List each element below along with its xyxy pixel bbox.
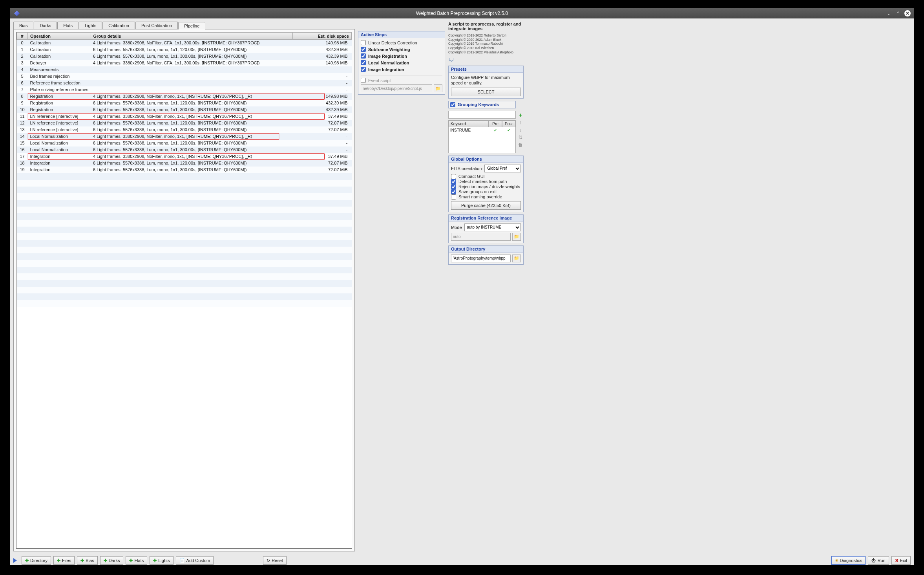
table-row[interactable]: 2Calibration6 Light frames, 5576x3388, L… (17, 53, 352, 60)
tab-flats[interactable]: Flats (57, 22, 79, 29)
tab-bar: BiasDarksFlatsLightsCalibrationPost-Cali… (13, 22, 355, 29)
col-num[interactable]: # (17, 33, 28, 40)
keyword-sort-icon[interactable]: ⇅ (517, 134, 524, 141)
step-checkbox[interactable] (361, 67, 366, 72)
keyword-row[interactable]: INSTRUME ✓ ✓ (449, 127, 515, 133)
reg-ref-panel: Registration Reference Image Mode auto b… (448, 214, 524, 243)
keyword-col[interactable]: Keyword (449, 121, 489, 127)
keyword-table: Keyword Pre Post INSTRUME ✓ ✓ (448, 120, 516, 153)
table-row[interactable]: 10Registration6 Light frames, 5576x3388,… (17, 106, 352, 113)
global-option-label: Detect masters from path (458, 179, 507, 184)
step-label: Image Integration (368, 67, 404, 72)
copyright-block: Copyright © 2019-2022 Roberto SartoriCop… (448, 33, 524, 54)
col-disk-space[interactable]: Est. disk space (293, 33, 352, 40)
fits-orientation-select[interactable]: Global Pref (484, 165, 521, 172)
tab-lights[interactable]: Lights (79, 22, 102, 29)
pipeline-table-wrap: # Operation Group details Est. disk spac… (16, 32, 352, 383)
tab-bias[interactable]: Bias (13, 22, 33, 29)
reg-ref-title: Registration Reference Image (449, 215, 523, 222)
keyword-up-icon[interactable]: ↑ (517, 119, 524, 126)
global-options-title: Global Options (449, 156, 523, 163)
step-label: Subframe Weighting (368, 47, 410, 52)
global-option-checkbox[interactable] (451, 189, 456, 194)
table-row[interactable]: 18Integration6 Light frames, 5576x3388, … (17, 160, 352, 167)
col-details[interactable]: Group details (91, 33, 292, 40)
table-row[interactable]: 12LN reference [interactive]6 Light fram… (17, 120, 352, 126)
description-title: A script to preprocess, register and int… (448, 22, 524, 31)
event-folder-button[interactable]: 📁 (434, 84, 442, 92)
pre-check-icon: ✓ (489, 127, 502, 133)
col-operation[interactable]: Operation (28, 33, 91, 40)
presets-select-button[interactable]: SELECT (451, 88, 521, 96)
keyword-add-icon[interactable]: + (517, 112, 524, 118)
output-dir-title: Output Directory (449, 246, 523, 253)
grouping-keywords-checkbox[interactable] (450, 102, 455, 107)
keyword-delete-icon[interactable]: 🗑 (517, 142, 524, 148)
presets-text: Configure WBPP for maximum speed or qual… (451, 75, 521, 86)
keyword-cell: INSTRUME (449, 127, 489, 133)
fits-orientation-label: FITS orientation: (451, 166, 483, 171)
step-label: Image Registration (368, 54, 407, 59)
global-option-checkbox[interactable] (451, 174, 456, 179)
reg-auto-field[interactable] (451, 233, 511, 241)
global-option-label: Compact GUI (458, 174, 485, 179)
table-row[interactable]: 11LN reference [interactive]4 Light fram… (17, 113, 352, 120)
table-row[interactable]: 9Registration6 Light frames, 5576x3388, … (17, 100, 352, 106)
tab-darks[interactable]: Darks (34, 22, 57, 29)
post-check-icon: ✓ (502, 127, 515, 133)
table-row[interactable]: 3Debayer4 Light frames, 3380x2908, NoFil… (17, 60, 352, 66)
output-folder-button[interactable]: 📁 (512, 255, 521, 262)
global-options-panel: Global Options FITS orientation: Global … (448, 156, 524, 212)
help-icon[interactable]: 🗨 (448, 57, 524, 63)
table-row[interactable]: 1Calibration6 Light frames, 5576x3388, L… (17, 46, 352, 53)
step-checkbox[interactable] (361, 40, 366, 45)
table-row[interactable]: 17Integration4 Light frames, 3380x2908, … (17, 153, 352, 160)
post-col[interactable]: Post (502, 121, 515, 127)
global-option-label: Smart naming override (458, 194, 502, 199)
table-row[interactable]: 8Registration4 Light frames, 3380x2908, … (17, 93, 352, 100)
table-row[interactable]: 16Local Normalization6 Light frames, 557… (17, 146, 352, 153)
presets-panel: Presets Configure WBPP for maximum speed… (448, 66, 524, 99)
reg-mode-label: Mode (451, 225, 462, 230)
table-row[interactable]: 6Reference frame selection- (17, 80, 352, 86)
table-row[interactable]: 19Integration6 Light frames, 5576x3388, … (17, 167, 352, 173)
titlebar: Weighted Batch Preprocessing Script v2.5… (10, 8, 616, 18)
pipeline-table: # Operation Group details Est. disk spac… (16, 32, 352, 307)
step-label: Local Normalization (368, 60, 409, 65)
reg-folder-button[interactable]: 📁 (512, 233, 521, 241)
tab-calibration[interactable]: Calibration (102, 22, 135, 29)
table-row[interactable]: 5Bad frames rejection- (17, 73, 352, 80)
global-option-checkbox[interactable] (451, 194, 456, 200)
table-row[interactable]: 13LN reference [interactive]6 Light fram… (17, 126, 352, 133)
grouping-keywords-label: Grouping Keywords (458, 102, 499, 107)
event-script-label: Event script (368, 78, 391, 83)
table-row[interactable]: 15Local Normalization6 Light frames, 557… (17, 140, 352, 146)
table-row[interactable]: 0Calibration4 Light frames, 3380x2908, N… (17, 40, 352, 46)
event-script-path[interactable] (361, 84, 432, 92)
event-script-checkbox[interactable] (361, 78, 366, 83)
keyword-down-icon[interactable]: ↓ (517, 127, 524, 133)
pipeline-pane: # Operation Group details Est. disk spac… (13, 29, 355, 383)
grouping-input[interactable] (448, 111, 516, 119)
step-checkbox[interactable] (361, 53, 366, 59)
reg-mode-select[interactable]: auto by INSTRUME (464, 223, 521, 231)
table-row[interactable]: 7Plate solving reference frames- (17, 86, 352, 93)
purge-cache-button[interactable]: Purge cache (422.50 KiB) (451, 201, 521, 210)
active-steps-title: Active Steps (358, 31, 445, 38)
main-window: Weighted Batch Preprocessing Script v2.5… (10, 8, 616, 383)
presets-title: Presets (449, 66, 523, 73)
global-option-checkbox[interactable] (451, 179, 456, 184)
table-row[interactable]: 4Measurements- (17, 66, 352, 73)
global-option-label: Save groups on exit (458, 189, 497, 194)
step-label: Linear Defects Correction (368, 40, 417, 45)
step-checkbox[interactable] (361, 60, 366, 65)
output-dir-field[interactable] (451, 255, 511, 262)
pre-col[interactable]: Pre (489, 121, 502, 127)
step-checkbox[interactable] (361, 47, 366, 52)
tab-pipeline[interactable]: Pipeline (178, 22, 205, 29)
global-option-label: Rejection maps / drizzle weights (458, 184, 520, 189)
global-option-checkbox[interactable] (451, 184, 456, 189)
table-row[interactable]: 14Local Normalization4 Light frames, 338… (17, 133, 352, 140)
output-dir-panel: Output Directory 📁 (448, 245, 524, 265)
tab-postcalibration[interactable]: Post-Calibration (135, 22, 178, 29)
